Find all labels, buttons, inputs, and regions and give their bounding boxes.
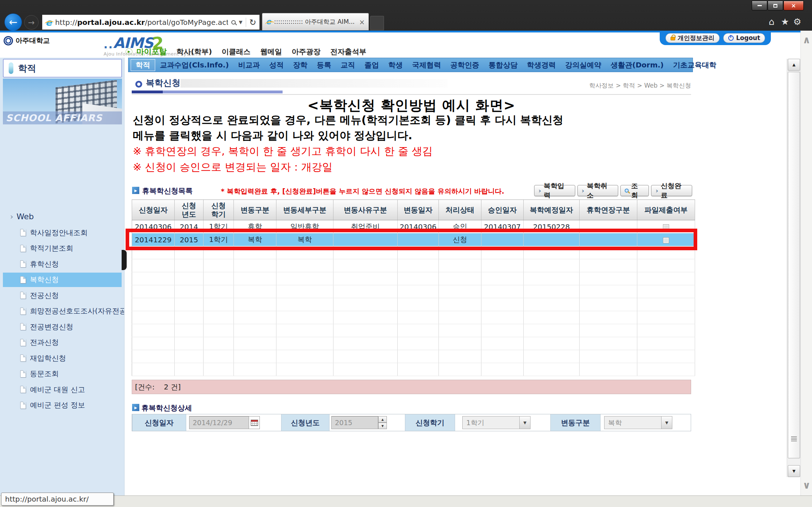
sidebar-item[interactable]: 휴학신청: [3, 257, 122, 271]
apply-date-input[interactable]: 2014/12/29: [189, 416, 249, 429]
new-tab-stub[interactable]: [370, 16, 384, 30]
field-label-apply-year: 신청년도: [281, 414, 329, 431]
nav-item[interactable]: 등록: [312, 59, 336, 71]
nav-item[interactable]: 졸업: [360, 59, 384, 71]
apply-year-input[interactable]: 2015: [331, 416, 378, 429]
nav-item[interactable]: 교과수업(Cls.Info.): [155, 59, 233, 71]
sidebar-item[interactable]: 예비군 대원 신고: [3, 382, 122, 397]
sidebar-group-web[interactable]: Web: [10, 212, 34, 221]
document-icon: [20, 276, 26, 283]
portal-link-2[interactable]: 학사(학부): [176, 47, 212, 57]
nav-item[interactable]: 비교과: [233, 59, 265, 71]
sidebar-item[interactable]: 학사일정안내조회: [3, 225, 122, 240]
scrollbar-thumb[interactable]: [788, 72, 800, 458]
nav-item[interactable]: 교직: [336, 59, 360, 71]
calendar-button[interactable]: [249, 416, 260, 429]
sidebar-item[interactable]: 동문조회: [3, 367, 122, 381]
detail-section-title: 휴복학신청상세: [141, 403, 192, 413]
search-button[interactable]: 조회: [620, 185, 649, 196]
nav-item[interactable]: 기초교육대학: [668, 59, 721, 71]
logout-button[interactable]: Logout: [723, 33, 765, 43]
table-row-empty: [132, 259, 695, 272]
table-row-empty: [132, 311, 695, 324]
sidebar-item[interactable]: 전과신청: [3, 335, 122, 350]
home-icon[interactable]: ⌂: [769, 17, 774, 27]
search-dropdown-icon[interactable]: ▼: [239, 19, 243, 25]
sidebar-item[interactable]: 예비군 편성 정보: [3, 398, 122, 413]
document-icon: [20, 370, 26, 378]
action-button[interactable]: ›신청완료: [651, 185, 692, 196]
tab-close-icon[interactable]: ×: [359, 18, 365, 26]
refresh-icon[interactable]: ↻: [249, 18, 256, 27]
close-button[interactable]: ×: [783, 1, 804, 10]
column-header: 변동사유구분: [333, 200, 398, 220]
sidebar-item-label: 학사일정안내조회: [30, 228, 88, 238]
nav-item[interactable]: 학생: [384, 59, 407, 71]
restore-button[interactable]: [768, 1, 783, 10]
nav-item[interactable]: 국제협력: [407, 59, 446, 71]
apply-year-spinner[interactable]: ▲▼: [378, 416, 387, 429]
privacy-button[interactable]: 개인정보관리: [665, 33, 720, 43]
nav-item[interactable]: 성적: [265, 59, 288, 71]
settings-gear-icon[interactable]: ⚙: [793, 17, 801, 27]
change-type-select[interactable]: 복학▼: [604, 416, 672, 429]
nav-item[interactable]: 학적: [131, 59, 155, 71]
grid-section-title: 휴복학신청목록: [142, 186, 193, 196]
sidebar-item[interactable]: 전공변경신청: [3, 319, 122, 334]
table-row-empty: [132, 363, 695, 376]
document-icon: [20, 308, 26, 315]
scroll-up-button[interactable]: ▲: [788, 59, 800, 71]
title-underline: [132, 94, 691, 95]
document-icon: [20, 402, 26, 409]
portal-link-5[interactable]: 아주광장: [292, 47, 320, 57]
portal-link-3[interactable]: 이클래스: [222, 47, 250, 57]
status-url-tooltip: http://portal.ajou.ac.kr/: [1, 493, 114, 506]
search-icon[interactable]: [231, 20, 236, 25]
scrollbar-grip: [791, 436, 797, 441]
sidebar-collapse-handle[interactable]: [122, 250, 127, 270]
sidebar-item[interactable]: 복학신청: [3, 273, 122, 287]
nav-item[interactable]: 생활관(Dorm.): [606, 59, 668, 71]
chevron-icon: ›: [655, 187, 658, 194]
dropdown-arrow-icon: ▼: [661, 416, 672, 429]
page-title: 복학신청: [146, 77, 180, 89]
table-row-empty: [132, 324, 695, 337]
sidebar-item[interactable]: 희망전공선호도조사(자유전공: [3, 304, 122, 318]
column-header: 휴학연장구분: [580, 200, 637, 220]
sidebar-title: 학적: [18, 62, 36, 74]
spinner-down-icon[interactable]: ▼: [378, 423, 387, 429]
scroll-down-button[interactable]: ▼: [788, 465, 800, 477]
favorites-star-icon[interactable]: ★: [781, 17, 789, 27]
portal-link-6[interactable]: 전자출석부: [330, 47, 366, 57]
browser-scrollbar[interactable]: ∧ ∨: [800, 31, 812, 495]
nav-item[interactable]: 장학: [288, 59, 312, 71]
forward-button[interactable]: →: [24, 15, 39, 30]
play-icon: ▶: [126, 48, 132, 55]
address-bar[interactable]: e http://portal.ajou.ac.kr/portal/goToMy…: [42, 14, 260, 30]
action-button[interactable]: ›복학취소: [577, 185, 619, 196]
sidebar-item[interactable]: 학적기본조회: [3, 241, 122, 256]
nav-item[interactable]: 강의실예약: [560, 59, 606, 71]
browser-scroll-up-icon[interactable]: ∧: [801, 34, 812, 45]
university-logo[interactable]: 아주대학교: [4, 36, 50, 45]
minimize-button[interactable]: [752, 1, 767, 10]
action-button[interactable]: ›복학입력: [534, 185, 575, 196]
notice-red-1: ※ 휴학연장의 경우, 복학이 한 줄 생기고 휴학이 다시 한 줄 생김: [133, 144, 433, 159]
nav-item[interactable]: 학생경력: [522, 59, 560, 71]
apply-semester-select[interactable]: 1학기▼: [462, 416, 531, 429]
document-icon: [20, 323, 26, 330]
browser-scroll-down-icon[interactable]: ∨: [801, 480, 812, 491]
nav-item[interactable]: 통합상담: [484, 59, 522, 71]
back-button[interactable]: ←: [4, 13, 22, 31]
nav-item[interactable]: 공학인증: [446, 59, 484, 71]
spinner-up-icon[interactable]: ▲: [378, 416, 387, 423]
sidebar-item[interactable]: 전공신청: [3, 288, 122, 303]
browser-tab[interactable]: e :::::::::::::: 아주대학교 AIM... ×: [262, 13, 369, 30]
sidebar-item[interactable]: 재입학신청: [3, 351, 122, 365]
forward-icon: →: [28, 18, 35, 27]
portal-link-1[interactable]: 마이포탈: [136, 47, 167, 57]
inner-scrollbar[interactable]: ▲ ▼: [787, 59, 800, 477]
portal-link-4[interactable]: 웹메일: [260, 47, 282, 57]
power-icon: [728, 35, 734, 41]
page-title-ring-icon: [135, 81, 142, 88]
